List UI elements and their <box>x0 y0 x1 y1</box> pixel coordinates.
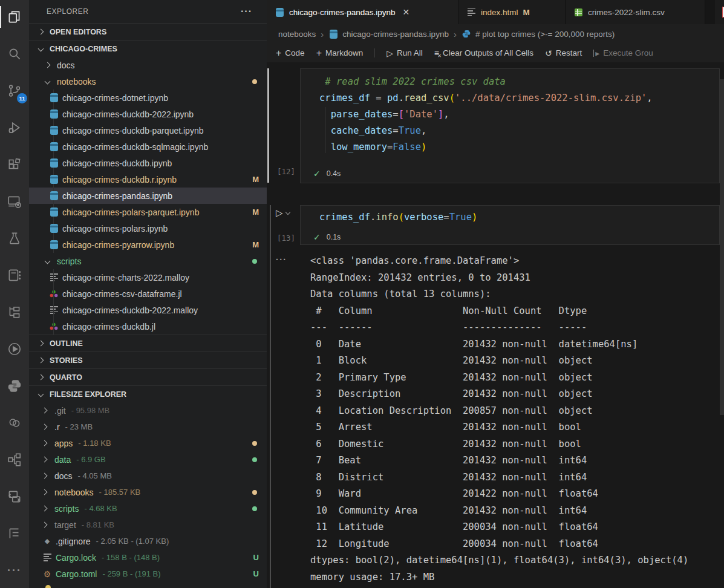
breadcrumb-item-chicago-crimes-pan[interactable]: chicago-crimes-pandas.ipynb <box>342 30 449 39</box>
folder-r[interactable]: .r- 23 MB <box>29 419 267 435</box>
folder-target[interactable]: target- 8.81 KB <box>29 517 267 533</box>
breadcrumb-item-plot-top-crimes[interactable]: # plot top crimes (>-= 200,000 reports) <box>475 30 615 39</box>
breadcrumb[interactable]: notebooks›chicago-crimes-pandas.ipynb›# … <box>267 24 724 44</box>
search-icon[interactable] <box>0 39 29 68</box>
toolbar-clear-outputs-of-all-cells-button[interactable]: ≡✕Clear Outputs of All Cells <box>434 48 533 58</box>
remote-explorer-icon[interactable] <box>0 187 29 216</box>
more-icon[interactable]: ··· <box>0 556 29 585</box>
folder-docs[interactable]: docs <box>29 57 267 73</box>
file-label: chicago-crimes-pandas.ipynb <box>62 191 172 201</box>
folder-notebooks[interactable]: notebooks <box>29 73 267 90</box>
file-chicago-crimes-pyarrow-ipynb[interactable]: chicago-crimes-pyarrow.ipynbM <box>29 237 267 253</box>
folder-scripts[interactable]: scripts- 4.68 KB <box>29 500 267 517</box>
tab-index-html[interactable]: index.htmlM <box>458 0 566 24</box>
file-type-icon <box>42 554 52 561</box>
file-chicago-crimes-csv-dataframe-jl[interactable]: chicago-crimes-csv-dataframe.jl <box>29 286 267 302</box>
run-cell-icon: ▷ <box>276 207 283 218</box>
sidebar-section-stories[interactable]: STORIES <box>29 351 267 368</box>
tab-cr[interactable]: 中cr <box>715 0 724 24</box>
file-chicago-crimes-duckdb-sqlmagic-ipynb[interactable]: chicago-crimes-duckdb-sqlmagic.ipynb <box>29 139 267 155</box>
tab-chicago-crimes-pandas-ipynb[interactable]: chicago-crimes-pandas.ipynb✕ <box>267 0 458 24</box>
toolbar-run-all-button[interactable]: ▷Run All <box>386 48 423 58</box>
tab-modified-badge: M <box>523 8 530 17</box>
folder-label: .r <box>54 422 60 432</box>
file-chicago-crimes-duckdb-r-ipynb[interactable]: chicago-crimes-duckdb.r.ipynbM <box>29 171 267 188</box>
outline-list-icon[interactable] <box>0 519 29 548</box>
file-cargo-toml[interactable]: ⚙Cargo.toml- 259 B - (191 B)U <box>29 566 267 582</box>
tab-crimes-2022-slim-csv[interactable]: crimes-2022-slim.csv <box>566 0 705 24</box>
file-chicago-crimes-duckdb-2022-malloy[interactable]: chicago-crimes-duckdb-2022.malloy <box>29 302 267 318</box>
cell2-code[interactable]: crimes_df.info(verbose=True) <box>301 206 719 226</box>
folder-size: - 4.68 KB <box>84 504 117 513</box>
cell1-code[interactable]: # read slim 2022 crimes csv datacrimes_d… <box>301 69 719 155</box>
indent-guide <box>53 318 54 335</box>
sidebar-section-chicago-crimes[interactable]: CHICAGO-CRIMES <box>29 40 267 57</box>
sidebar-section-open-editors[interactable]: OPEN EDITORS <box>29 23 267 40</box>
file-type-icon <box>49 191 59 200</box>
run-debug-icon[interactable] <box>0 113 29 142</box>
breadcrumb-item-notebooks[interactable]: notebooks <box>278 30 316 39</box>
code-cell-1[interactable]: # read slim 2022 crimes csv datacrimes_d… <box>300 68 720 183</box>
file-gitignore[interactable]: ◆.gitignore- 2.05 KB - (1.07 KB) <box>29 533 267 549</box>
screens-icon[interactable] <box>0 482 29 511</box>
file-label: chicago-crimes-pyarrow.ipynb <box>62 240 174 250</box>
file-chicago-crimes-duckdb-jl[interactable]: chicago-crimes-duckdb.jl <box>29 318 267 335</box>
run-icon[interactable] <box>0 335 29 364</box>
folder-apps[interactable]: apps- 1.18 KB <box>29 435 267 451</box>
tab-file-icon <box>275 8 284 17</box>
folder-docs[interactable]: docs- 4.05 MB <box>29 468 267 484</box>
file-chicago-crimes-pandas-ipynb[interactable]: chicago-crimes-pandas.ipynb <box>29 188 267 204</box>
toolbar-restart-button[interactable]: ↺Restart <box>545 48 582 58</box>
folder-notebooks[interactable]: notebooks- 185.57 KB <box>29 484 267 500</box>
chevron-down-icon <box>45 258 51 264</box>
pipeline-icon[interactable] <box>0 298 29 327</box>
file-chicago-crimes-dotnet-ipynb[interactable]: chicago-crimes-dotnet.ipynb <box>29 90 267 106</box>
cell2-focus-bar <box>270 205 271 588</box>
knot-icon[interactable] <box>0 408 29 437</box>
source-control-icon[interactable]: 11 <box>0 76 29 105</box>
file-chicago-crime-charts-2022-malloy[interactable]: chicago-crime-charts-2022.malloy <box>29 269 267 286</box>
git-status-badge: M <box>252 175 259 184</box>
file-chicago-crimes-polars-ipynb[interactable]: chicago-crimes-polars.ipynb <box>29 220 267 237</box>
file-chicago-crimes-duckdb-2022-ipynb[interactable]: chicago-crimes-duckdb-2022.ipynb <box>29 106 267 122</box>
toolbar-markdown-button[interactable]: +Markdown <box>316 48 364 59</box>
sidebar-section-outline[interactable]: OUTLINE <box>29 335 267 351</box>
git-status-badge: M <box>252 207 259 217</box>
toolbar-code-button[interactable]: +Code <box>276 48 305 59</box>
toolbar-execute-grou-button[interactable]: ▸Execute Grou <box>593 48 653 58</box>
graph-icon[interactable] <box>0 445 29 474</box>
folder-git[interactable]: .git- 95.98 MB <box>29 402 267 419</box>
extensions-icon[interactable] <box>0 150 29 179</box>
editor-scrollbar[interactable] <box>720 79 724 415</box>
cell1-execution-count: [12] <box>277 167 295 176</box>
explorer-more-icon[interactable]: ··· <box>241 6 252 17</box>
file-chicago-crimes-duckdb-parquet-ipynb[interactable]: chicago-crimes-duckdb-parquet.ipynb <box>29 122 267 139</box>
cell1-status-bar: ✓ 0.4s <box>313 169 341 178</box>
output-options-icon[interactable]: ··· <box>276 255 287 264</box>
folder-data[interactable]: data- 6.9 GB <box>29 451 267 468</box>
folder-size: - 185.57 KB <box>99 488 141 497</box>
code-cell-2[interactable]: crimes_df.info(verbose=True) ✓ 0.1s <box>300 205 720 245</box>
indent-guide <box>53 302 54 318</box>
file-cargo-lock[interactable]: Cargo.lock- 158 B - (148 B)U <box>29 549 267 566</box>
chevron-down-icon <box>38 391 44 397</box>
testing-icon[interactable] <box>0 224 29 253</box>
cell2-run-button[interactable]: ▷ <box>276 207 290 218</box>
file-chicago-crimes-polars-parquet-ipynb[interactable]: chicago-crimes-polars-parquet.ipynbM <box>29 204 267 220</box>
file-size: - 158 B - (148 B) <box>102 553 160 562</box>
chevron-right-icon <box>38 29 44 35</box>
python-icon[interactable] <box>0 371 29 400</box>
notebook-toolbar: +Code+Markdown▷Run All≡✕Clear Outputs of… <box>267 44 724 63</box>
toolbar-label: Execute Grou <box>603 48 653 57</box>
file-label: chicago-crimes-csv-dataframe.jl <box>62 289 182 299</box>
folder-scripts[interactable]: scripts <box>29 253 267 269</box>
file-label: chicago-crime-charts-2022.malloy <box>62 273 189 283</box>
tab-close-icon[interactable]: ✕ <box>403 7 410 17</box>
file-chicago-crimes-duckdb-ipynb[interactable]: chicago-crimes-duckdb.ipynb <box>29 155 267 171</box>
file-label: chicago-crimes-duckdb-2022.malloy <box>62 305 198 315</box>
sidebar-section-filesize-explorer[interactable]: FILESIZE EXPLORER <box>29 385 267 402</box>
notebook-icon[interactable] <box>0 261 29 290</box>
explorer-icon[interactable] <box>0 2 29 31</box>
folder-size: - 4.05 MB <box>78 471 112 480</box>
sidebar-section-quarto[interactable]: QUARTO <box>29 368 267 385</box>
